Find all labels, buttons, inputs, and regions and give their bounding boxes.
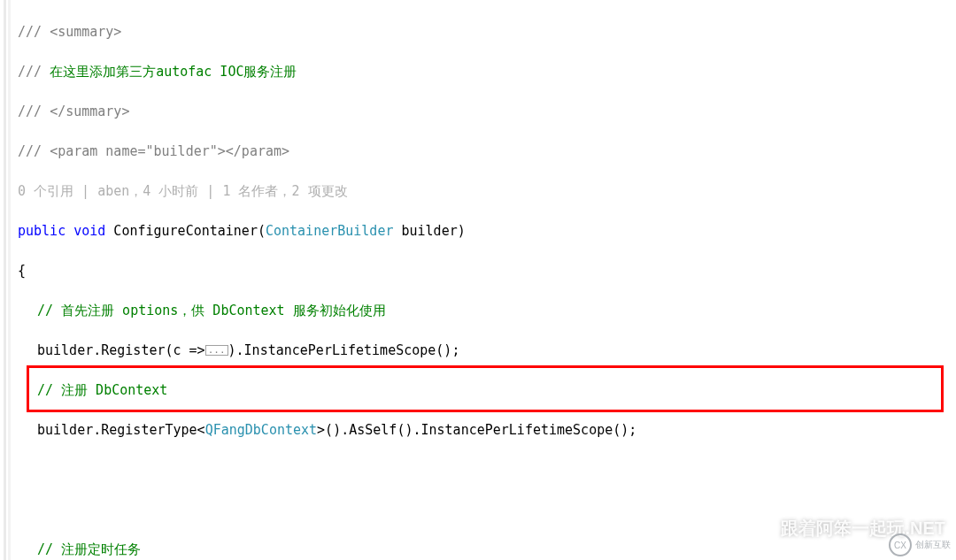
xmldoc-summary-body: /// 在这里添加第三方autofac IOC服务注册 (18, 62, 956, 82)
method-signature: public void ConfigureContainer(Container… (18, 221, 956, 242)
register-dbcontext: builder.RegisterType<QFangDbContext>().A… (18, 420, 956, 441)
wechat-icon (752, 518, 774, 540)
fold-icon[interactable]: ... (205, 345, 228, 356)
brand-logo: CX 创新互联 (889, 533, 951, 556)
comment-options: // 首先注册 options，供 DbContext 服务初始化使用 (18, 301, 956, 321)
register-options: builder.Register(c =>...).InstancePerLif… (18, 341, 956, 361)
xmldoc-summary-open: /// <summary> (18, 22, 956, 42)
codelens-info[interactable]: 0 个引用 | aben，4 小时前 | 1 名作者，2 项更改 (18, 181, 956, 202)
brand-icon: CX (889, 533, 912, 556)
brace-open: { (18, 261, 956, 281)
brand-text: 创新互联 (915, 539, 951, 551)
xmldoc-param: /// <param name="builder"></param> (18, 142, 956, 162)
code-editor: /// <summary> /// 在这里添加第三方autofac IOC服务注… (0, 0, 956, 560)
xmldoc-summary-close: /// </summary> (18, 102, 956, 122)
comment-jobs: // 注册定时任务 (18, 540, 956, 560)
comment-dbcontext: // 注册 DbContext (18, 380, 956, 401)
